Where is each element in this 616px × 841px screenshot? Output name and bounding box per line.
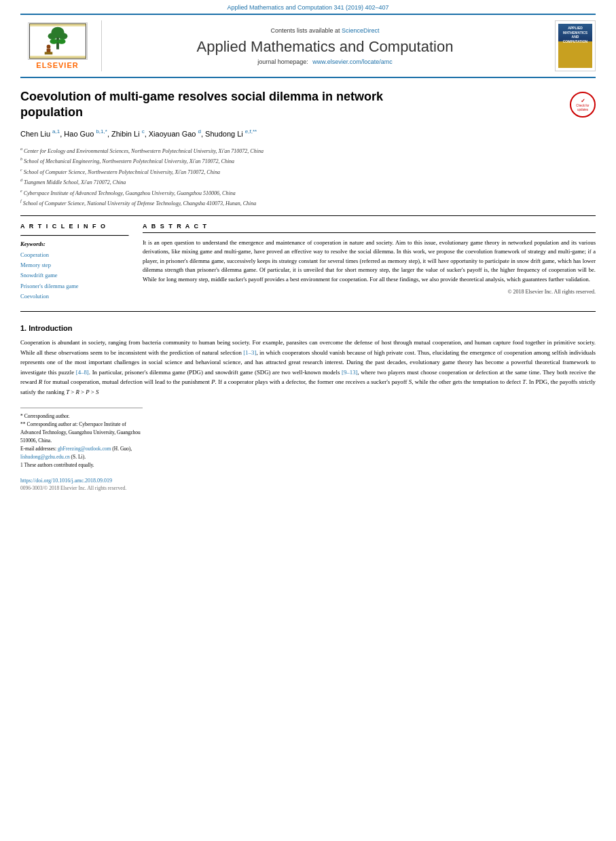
keyword-snowdrift[interactable]: Snowdrift game bbox=[20, 270, 129, 281]
journal-banner: ELSEVIER Contents lists available at Sci… bbox=[20, 14, 596, 78]
cover-mini-image: APPLIEDMATHEMATICSANDCOMPUTATION bbox=[558, 24, 592, 68]
keywords-list: Cooperation Memory step Snowdrift game P… bbox=[20, 250, 129, 302]
svg-rect-9 bbox=[44, 52, 52, 54]
svg-point-7 bbox=[46, 45, 50, 49]
keywords-label: Keywords: bbox=[20, 240, 129, 247]
paper-section: Coevolution of multi-game resolves socia… bbox=[20, 78, 596, 491]
svg-point-4 bbox=[58, 33, 67, 39]
paper-header-row: Coevolution of multi-game resolves socia… bbox=[20, 89, 596, 128]
abstract-title: A B S T R A C T bbox=[143, 223, 596, 233]
journal-homepage-line: journal homepage: www.elsevier.com/locat… bbox=[257, 58, 393, 65]
affiliation-e: e Cyberspace Institute of Advanced Techn… bbox=[20, 188, 596, 198]
affiliations-section: a Center for Ecology and Environmental S… bbox=[20, 146, 596, 209]
journal-citation: Applied Mathematics and Computation 341 … bbox=[227, 4, 388, 11]
check-update-badge: ✓ Check forupdates bbox=[570, 92, 596, 118]
article-body: A R T I C L E I N F O Keywords: Cooperat… bbox=[20, 223, 596, 302]
svg-point-5 bbox=[50, 39, 58, 44]
ref-9-13[interactable]: [9–13] bbox=[342, 369, 357, 376]
issn-line: 0096-3003/© 2018 Elsevier Inc. All right… bbox=[20, 485, 596, 491]
keyword-pdg[interactable]: Prisoner's dilemma game bbox=[20, 281, 129, 291]
elsevier-logo-image bbox=[28, 22, 88, 60]
article-info-divider bbox=[20, 235, 129, 236]
copyright-line: © 2018 Elsevier Inc. All rights reserved… bbox=[143, 289, 596, 295]
affiliation-c: c School of Computer Science, Northweste… bbox=[20, 167, 596, 177]
paper-title: Coevolution of multi-game resolves socia… bbox=[20, 89, 414, 121]
section-divider-1 bbox=[20, 215, 596, 216]
journal-title-section: Contents lists available at ScienceDirec… bbox=[102, 20, 548, 71]
abstract-text: It is an open question to understand the… bbox=[143, 238, 596, 285]
svg-point-3 bbox=[48, 33, 56, 39]
doi-section: https://doi.org/10.1016/j.amc.2018.09.01… bbox=[20, 476, 596, 491]
footnote-emails: E-mail addresses: ghFreezing@outlook.com… bbox=[20, 445, 143, 461]
badge-label-text: Check forupdates bbox=[576, 104, 589, 111]
elsevier-logo-section: ELSEVIER bbox=[20, 20, 102, 71]
authors-line: Chen Liu a,1, Hao Guo b,1,*, Zhibin Li c… bbox=[20, 128, 596, 139]
doi-link[interactable]: https://doi.org/10.1016/j.amc.2018.09.01… bbox=[20, 478, 112, 484]
footnote-star1: * Corresponding author. bbox=[20, 412, 143, 420]
svg-rect-11 bbox=[29, 24, 86, 26]
introduction-section: 1. Introduction Cooperation is abundant … bbox=[20, 324, 596, 397]
elsevier-brand-text: ELSEVIER bbox=[36, 61, 78, 69]
sciencedirect-link[interactable]: ScienceDirect bbox=[342, 27, 380, 34]
ref-4-8[interactable]: [4–8] bbox=[76, 369, 89, 376]
footnote-star2: ** Corresponding author at: Cyberspace I… bbox=[20, 420, 143, 445]
check-icon: ✓ bbox=[581, 98, 585, 104]
journal-main-title: Applied Mathematics and Computation bbox=[197, 38, 454, 56]
journal-header-link[interactable]: Applied Mathematics and Computation 341 … bbox=[0, 0, 616, 14]
affiliation-d: d Tiangmen Middle School, Xi'an 710072, … bbox=[20, 177, 596, 187]
email-hao-guo[interactable]: ghFreezing@outlook.com bbox=[58, 446, 111, 452]
footnote-equal: 1 These authors contributed equally. bbox=[20, 461, 143, 469]
keyword-cooperation[interactable]: Cooperation bbox=[20, 250, 129, 260]
intro-paragraph-1: Cooperation is abundant in society, rang… bbox=[20, 338, 596, 397]
footnote-section: * Corresponding author. ** Corresponding… bbox=[20, 408, 143, 469]
cover-mini-text: APPLIEDMATHEMATICSANDCOMPUTATION bbox=[563, 26, 587, 43]
affiliation-a: a Center for Ecology and Environmental S… bbox=[20, 146, 596, 156]
email-shudong-li[interactable]: lishudong@gzhu.edu.cn bbox=[20, 454, 70, 460]
section-divider-2 bbox=[20, 311, 596, 312]
affiliation-b: b School of Mechanical Engineering, Nort… bbox=[20, 156, 596, 166]
affiliation-f: f School of Computer Science, National U… bbox=[20, 198, 596, 208]
intro-heading: 1. Introduction bbox=[20, 324, 596, 332]
ref-1-3[interactable]: [1–3] bbox=[243, 349, 256, 356]
abstract-section: A B S T R A C T It is an open question t… bbox=[143, 223, 596, 302]
svg-point-6 bbox=[58, 39, 66, 44]
keyword-memory-step[interactable]: Memory step bbox=[20, 260, 129, 270]
journal-cover-thumbnail: APPLIEDMATHEMATICSANDCOMPUTATION bbox=[555, 20, 596, 71]
contents-available-line: Contents lists available at ScienceDirec… bbox=[270, 27, 379, 34]
article-info-title: A R T I C L E I N F O bbox=[20, 223, 129, 230]
homepage-url[interactable]: www.elsevier.com/locate/amc bbox=[312, 58, 393, 65]
svg-rect-12 bbox=[29, 56, 86, 58]
article-info-panel: A R T I C L E I N F O Keywords: Cooperat… bbox=[20, 223, 129, 302]
keyword-coevolution[interactable]: Coevolution bbox=[20, 291, 129, 302]
